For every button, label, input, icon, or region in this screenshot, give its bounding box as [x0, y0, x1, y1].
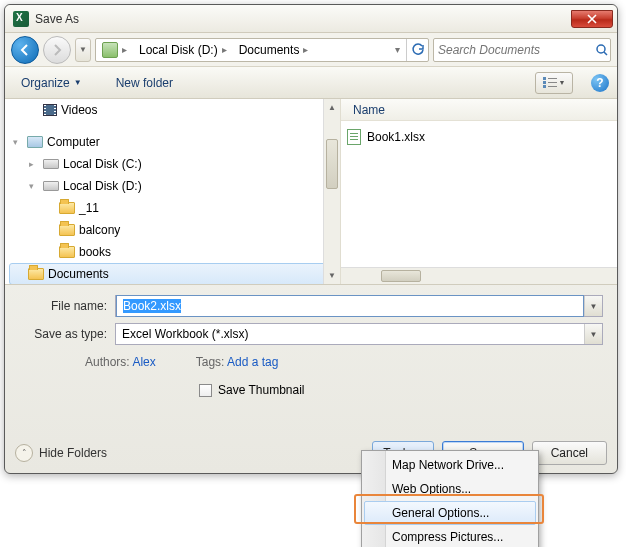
menu-compress-pictures[interactable]: Compress Pictures... — [364, 525, 536, 547]
tags-value[interactable]: Add a tag — [227, 355, 278, 369]
authors-label: Authors: — [85, 355, 130, 369]
forward-button[interactable] — [43, 36, 71, 64]
svg-rect-1 — [543, 77, 546, 80]
refresh-button[interactable] — [406, 39, 428, 61]
menu-general-options[interactable]: General Options... — [364, 501, 536, 525]
hide-folders-button[interactable]: ˄ Hide Folders — [15, 444, 107, 462]
excel-icon — [13, 11, 29, 27]
form-area: File name: ▼ Save as type: Excel Workboo… — [5, 285, 617, 407]
column-header-name[interactable]: Name — [341, 99, 617, 121]
arrow-left-icon — [18, 43, 32, 57]
savetype-dropdown[interactable]: ▼ — [584, 324, 602, 344]
savetype-combo[interactable]: Excel Workbook (*.xlsx) ▼ — [115, 323, 603, 345]
tags-label: Tags: — [196, 355, 225, 369]
chevron-down-icon: ▼ — [79, 45, 87, 54]
authors-value[interactable]: Alex — [132, 355, 155, 369]
tree-item-drive-d[interactable]: Local Disk (D:) — [63, 179, 142, 193]
filename-label: File name: — [19, 299, 115, 313]
chevron-up-icon: ˄ — [15, 444, 33, 462]
window-title: Save As — [35, 12, 79, 26]
folder-icon — [59, 202, 75, 214]
svg-rect-6 — [548, 86, 557, 87]
list-hscrollbar[interactable] — [341, 267, 617, 284]
titlebar: Save As — [5, 5, 617, 33]
computer-icon — [27, 136, 43, 148]
savetype-label: Save as type: — [19, 327, 115, 341]
file-name: Book1.xlsx — [367, 130, 425, 144]
tree-item-videos[interactable]: Videos — [61, 103, 97, 117]
excel-file-icon — [347, 129, 361, 145]
save-as-dialog: Save As ▼ ▸ Local Disk (D:)▸ Documents▸ … — [4, 4, 618, 474]
list-view-icon — [543, 77, 557, 89]
drive-icon — [102, 42, 118, 58]
save-thumbnail-label[interactable]: Save Thumbnail — [218, 383, 305, 397]
close-button[interactable] — [571, 10, 613, 28]
tree-scrollbar[interactable]: ▲ ▼ — [323, 99, 340, 284]
tree-item-computer[interactable]: Computer — [47, 135, 100, 149]
menu-map-network-drive[interactable]: Map Network Drive... — [364, 453, 536, 477]
drive-icon — [43, 159, 59, 169]
nav-history-dropdown[interactable]: ▼ — [75, 38, 91, 62]
video-icon — [43, 104, 57, 116]
file-list[interactable]: Name Book1.xlsx — [341, 99, 617, 284]
nav-row: ▼ ▸ Local Disk (D:)▸ Documents▸ ▾ — [5, 33, 617, 67]
cancel-button[interactable]: Cancel — [532, 441, 607, 465]
tree-item-drive-c[interactable]: Local Disk (C:) — [63, 157, 142, 171]
menu-web-options[interactable]: Web Options... — [364, 477, 536, 501]
search-input[interactable] — [434, 43, 593, 57]
scroll-thumb[interactable] — [381, 270, 421, 282]
help-button[interactable]: ? — [591, 74, 609, 92]
chevron-down-icon: ▼ — [74, 78, 82, 87]
filename-input[interactable] — [116, 295, 584, 317]
folder-icon — [59, 224, 75, 236]
svg-rect-4 — [548, 78, 557, 79]
tree-item[interactable]: _11 — [79, 201, 99, 215]
svg-rect-3 — [543, 85, 546, 88]
search-icon — [593, 43, 610, 57]
tree-item[interactable]: books — [79, 245, 111, 259]
savetype-value: Excel Workbook (*.xlsx) — [116, 327, 584, 341]
tools-menu: Map Network Drive... Web Options... Gene… — [361, 450, 539, 547]
breadcrumb[interactable]: ▸ Local Disk (D:)▸ Documents▸ ▾ — [95, 38, 429, 62]
scroll-thumb[interactable] — [326, 139, 338, 189]
folder-icon — [59, 246, 75, 258]
close-icon — [587, 14, 597, 24]
scroll-up-icon[interactable]: ▲ — [324, 99, 340, 116]
save-thumbnail-checkbox[interactable] — [199, 384, 212, 397]
svg-point-0 — [597, 45, 605, 53]
tree-item[interactable]: balcony — [79, 223, 120, 237]
filename-dropdown[interactable]: ▼ — [584, 296, 602, 316]
arrow-right-icon — [50, 43, 64, 57]
scroll-down-icon[interactable]: ▼ — [324, 267, 340, 284]
folder-icon — [28, 268, 44, 280]
drive-icon — [43, 181, 59, 191]
view-mode-button[interactable]: ▼ — [535, 72, 573, 94]
search-box[interactable] — [433, 38, 611, 62]
file-item[interactable]: Book1.xlsx — [347, 127, 611, 147]
new-folder-button[interactable]: New folder — [108, 72, 181, 94]
chevron-down-icon: ▼ — [559, 79, 566, 86]
tree-item-documents[interactable]: Documents — [48, 267, 109, 281]
svg-rect-2 — [543, 81, 546, 84]
svg-rect-5 — [548, 82, 557, 83]
refresh-icon — [411, 43, 425, 57]
breadcrumb-seg[interactable]: Local Disk (D:) — [139, 43, 218, 57]
breadcrumb-dropdown[interactable]: ▾ — [389, 39, 406, 61]
toolbar: Organize ▼ New folder ▼ ? — [5, 67, 617, 99]
back-button[interactable] — [11, 36, 39, 64]
breadcrumb-seg[interactable]: Documents — [239, 43, 300, 57]
organize-button[interactable]: Organize ▼ — [13, 72, 90, 94]
folder-tree[interactable]: Videos ▾Computer ▸Local Disk (C:) ▾Local… — [5, 99, 341, 284]
